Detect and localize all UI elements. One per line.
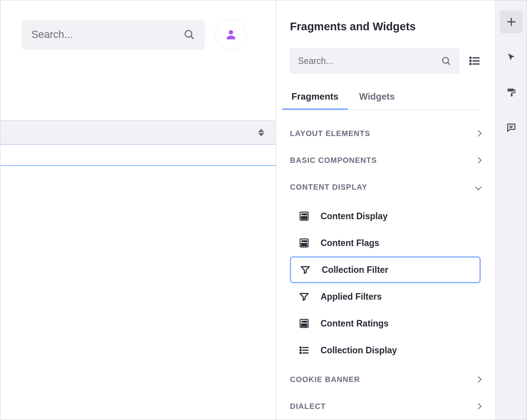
fragment-list: Content Display Content Flags Collection…: [290, 200, 481, 366]
fragment-content-ratings[interactable]: Content Ratings: [290, 310, 481, 337]
category-label: COOKIE BANNER: [290, 375, 360, 384]
search-icon: [183, 29, 195, 40]
svg-point-30: [300, 350, 301, 351]
panel-search-row: [290, 48, 481, 74]
filter-icon: [300, 264, 311, 276]
svg-rect-35: [511, 94, 512, 97]
panel-search-input[interactable]: [298, 56, 437, 66]
content-icon: [298, 237, 310, 249]
category-content-display[interactable]: CONTENT DISPLAY: [290, 174, 481, 200]
panel-title: Fragments and Widgets: [290, 20, 481, 33]
tab-label: Fragments: [291, 91, 339, 102]
filter-icon: [298, 291, 310, 302]
add-button[interactable]: [500, 10, 523, 33]
content-icon: [298, 210, 310, 222]
svg-rect-34: [507, 89, 514, 92]
main-search[interactable]: [22, 20, 205, 49]
fragment-collection-display[interactable]: Collection Display: [290, 337, 481, 364]
fragments-panel: Fragments and Widgets Fragments Widgets …: [276, 0, 494, 420]
fragment-label: Collection Filter: [322, 265, 388, 275]
category-label: CONTENT DISPLAY: [290, 183, 367, 192]
plus-icon: [506, 16, 517, 27]
fragment-label: Content Flags: [321, 238, 379, 248]
drop-target-row[interactable]: [0, 144, 276, 166]
right-rail: [495, 0, 527, 420]
svg-point-9: [470, 60, 471, 61]
fragment-label: Collection Display: [321, 345, 397, 356]
svg-rect-19: [301, 243, 307, 244]
panel-tabs: Fragments Widgets: [290, 87, 481, 110]
svg-point-12: [302, 214, 303, 215]
fragment-label: Content Ratings: [321, 318, 389, 329]
user-icon: [224, 28, 237, 41]
design-button[interactable]: [500, 81, 523, 104]
category-basic-components[interactable]: BASIC COMPONENTS: [290, 147, 481, 174]
chevron-right-icon: [475, 157, 482, 164]
list-icon: [298, 345, 310, 356]
chevron-right-icon: [475, 376, 482, 383]
list-view-icon[interactable]: [468, 55, 481, 67]
category-label: DIALECT: [290, 402, 326, 411]
svg-point-17: [302, 241, 303, 242]
fragment-content-flags[interactable]: Content Flags: [290, 230, 481, 256]
fragment-collection-filter[interactable]: Collection Filter: [290, 256, 481, 283]
chevron-down-icon: [475, 184, 482, 190]
content-icon: [298, 318, 310, 329]
svg-rect-20: [301, 245, 307, 246]
browser-button[interactable]: [500, 46, 523, 69]
roller-icon: [506, 87, 516, 97]
svg-rect-25: [301, 325, 307, 326]
svg-point-10: [470, 63, 471, 64]
svg-point-31: [300, 353, 301, 354]
fragment-label: Applied Filters: [321, 292, 382, 302]
category-label: LAYOUT ELEMENTS: [290, 129, 370, 138]
svg-rect-23: [304, 321, 307, 322]
collection-dropdown[interactable]: [0, 120, 275, 144]
fragment-applied-filters[interactable]: Applied Filters: [290, 283, 481, 310]
svg-rect-13: [304, 214, 307, 215]
svg-line-4: [448, 62, 450, 64]
main-search-input[interactable]: [31, 29, 177, 41]
svg-rect-18: [304, 241, 307, 242]
panel-search[interactable]: [290, 48, 459, 74]
fragment-label: Content Display: [321, 211, 388, 221]
tab-label: Widgets: [359, 91, 395, 102]
svg-point-29: [300, 347, 301, 348]
category-cookie-banner[interactable]: COOKIE BANNER: [290, 366, 481, 393]
fragment-content-display[interactable]: Content Display: [290, 203, 481, 230]
cursor-icon: [506, 52, 516, 62]
canvas-area: [0, 0, 276, 420]
category-layout-elements[interactable]: LAYOUT ELEMENTS: [290, 120, 481, 147]
comment-icon: [506, 122, 517, 133]
svg-point-8: [470, 57, 471, 58]
svg-rect-24: [301, 324, 307, 325]
svg-point-22: [302, 321, 303, 322]
svg-point-2: [229, 30, 233, 34]
tab-widgets[interactable]: Widgets: [358, 87, 396, 110]
top-bar: [22, 19, 247, 50]
svg-rect-14: [301, 217, 307, 217]
search-icon: [441, 56, 451, 66]
chevron-right-icon: [475, 403, 482, 410]
comments-button[interactable]: [500, 116, 523, 139]
user-avatar[interactable]: [215, 19, 247, 50]
svg-line-1: [191, 36, 193, 38]
tab-fragments[interactable]: Fragments: [290, 87, 340, 110]
category-dialect[interactable]: DIALECT: [290, 393, 481, 420]
category-label: BASIC COMPONENTS: [290, 156, 377, 165]
chevron-right-icon: [475, 130, 482, 137]
sort-icon: [257, 127, 265, 138]
svg-rect-15: [301, 218, 307, 219]
